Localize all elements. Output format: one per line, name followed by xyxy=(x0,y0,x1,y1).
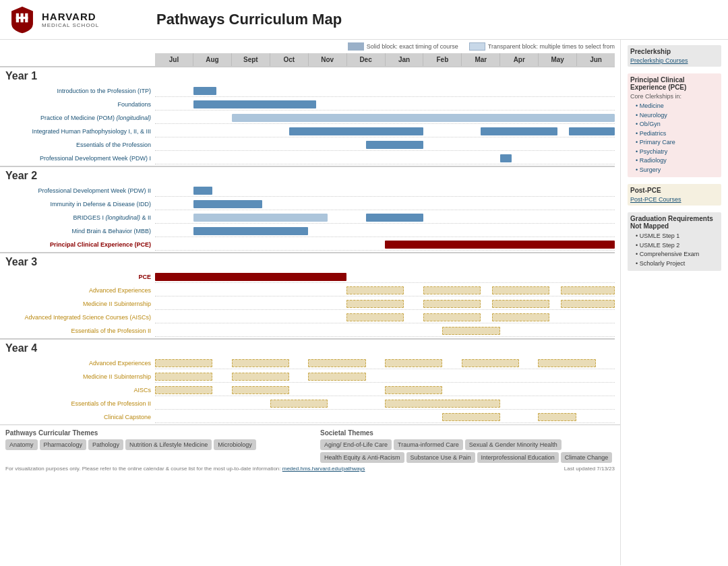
table-row: Clinical Capstone xyxy=(0,411,615,423)
gantt-bar xyxy=(423,300,481,308)
gantt-bar xyxy=(232,373,289,381)
row-label: Professional Development Week (PDW) II xyxy=(0,187,155,195)
pce-item[interactable]: Psychiatry xyxy=(630,148,719,157)
row-label: Introduction to the Profession (ITP) xyxy=(0,88,155,95)
footer-note: For visualization purposes only. Please … xyxy=(0,464,620,473)
gantt-bar xyxy=(423,313,481,321)
month-Jul: Jul xyxy=(155,53,193,66)
table-row: Principal Clinical Experience (PCE) xyxy=(0,239,615,251)
month-Apr: Apr xyxy=(500,53,539,66)
month-Jun: Jun xyxy=(577,53,615,66)
pce-item[interactable]: Primary Care xyxy=(630,138,719,148)
societal-pill: Substance Use & Pain xyxy=(406,452,475,463)
page-title: Pathways Curriculum Map xyxy=(156,11,342,28)
bar-area xyxy=(155,98,615,111)
gantt-bar xyxy=(492,300,549,308)
pce-item[interactable]: Surgery xyxy=(630,166,719,175)
gantt-bar xyxy=(155,359,212,367)
pce-item[interactable]: Radiology xyxy=(630,156,719,166)
pce-item[interactable]: Neurology xyxy=(630,111,719,121)
row-label: PCE xyxy=(0,274,155,281)
footer-note-text: For visualization purposes only. Please … xyxy=(5,466,281,472)
pce-items: MedicineNeurologyOb/GynPediatricsPrimary… xyxy=(630,102,719,175)
gantt-bar xyxy=(561,286,615,294)
table-row: Advanced Integrated Science Courses (AIS… xyxy=(0,311,615,323)
pce-item[interactable]: Pediatrics xyxy=(630,129,719,139)
gantt-bar xyxy=(538,359,595,367)
gantt-bar xyxy=(385,386,442,394)
pce-section: Principal Clinical Experience (PCE) Core… xyxy=(628,73,721,177)
gantt-bar xyxy=(423,286,481,294)
gantt-bar xyxy=(366,141,423,149)
gantt-bar xyxy=(155,386,212,394)
logo-area: HARVARD MEDICAL SCHOOL xyxy=(8,5,143,34)
post-pce-title: Post-PCE xyxy=(630,187,719,194)
gantt-bar xyxy=(492,313,549,321)
gantt-bar xyxy=(492,286,549,294)
pce-subtitle: Core Clerkships in: xyxy=(630,93,719,100)
row-label: Practice of Medicine (POM) (longitudinal… xyxy=(0,115,155,122)
footer-link[interactable]: meded.hms.harvard.edu/pathways xyxy=(282,466,365,472)
content-area: Solid block: exact timing of course Tran… xyxy=(0,40,620,565)
societal-pill: Aging/ End-of-Life Care xyxy=(320,439,392,450)
bar-area xyxy=(155,212,615,224)
bar-area xyxy=(155,284,615,296)
row-label: AISCs xyxy=(0,387,155,394)
month-headers: JulAugSeptOctNovDecJanFebMarAprMayJun xyxy=(155,53,615,66)
curricular-pill: Nutrition & Lifestyle Medicine xyxy=(125,439,212,450)
gantt-bar xyxy=(500,154,512,162)
post-pce-link[interactable]: Post-PCE Courses xyxy=(630,196,719,203)
bar-area xyxy=(155,311,615,323)
societal-pill: Health Equity & Anti-Racism xyxy=(320,452,404,463)
societal-pill: Climate Change xyxy=(561,452,613,463)
pce-item[interactable]: Ob/Gyn xyxy=(630,120,719,129)
graduation-section: Graduation Requirements Not Mapped USMLE… xyxy=(628,212,721,271)
bar-area xyxy=(155,357,615,369)
curricular-title: Pathways Curricular Themes xyxy=(5,429,300,437)
table-row: Introduction to the Profession (ITP) xyxy=(0,85,615,97)
gantt-bar xyxy=(442,413,499,421)
table-row: Advanced Experiences xyxy=(0,357,615,369)
gantt-bar xyxy=(385,400,500,408)
bar-area xyxy=(155,384,615,396)
societal-pill: Sexual & Gender Minority Health xyxy=(465,439,562,450)
month-Oct: Oct xyxy=(270,53,309,66)
societal-title: Societal Themes xyxy=(320,429,615,437)
table-row: Professional Development Week (PDW) II xyxy=(0,185,615,197)
row-label: Professional Development Week (PDW) I xyxy=(0,155,155,162)
month-May: May xyxy=(539,53,577,66)
month-Aug: Aug xyxy=(193,53,232,66)
graduation-item: Scholarly Project xyxy=(630,259,719,269)
row-label: Essentials of the Profession II xyxy=(0,327,155,335)
gantt-bar xyxy=(193,100,316,108)
year-label: Year 1 xyxy=(0,66,615,85)
legend-area: Solid block: exact timing of course Tran… xyxy=(0,40,620,53)
post-pce-section: Post-PCE Post-PCE Courses xyxy=(628,184,721,206)
societal-themes: Societal Themes Aging/ End-of-Life CareT… xyxy=(320,429,615,463)
gantt-bar xyxy=(462,359,519,367)
row-label: Advanced Experiences xyxy=(0,360,155,367)
month-Sept: Sept xyxy=(232,53,270,66)
bar-area xyxy=(155,298,615,310)
pce-item[interactable]: Medicine xyxy=(630,102,719,111)
row-label: Advanced Experiences xyxy=(0,287,155,294)
row-label: Advanced Integrated Science Courses (AIS… xyxy=(0,314,155,321)
bar-area xyxy=(155,85,615,97)
legend-solid: Solid block: exact timing of course xyxy=(348,42,458,51)
row-label: Essentials of the Profession II xyxy=(0,400,155,408)
curricular-pill: Microbiology xyxy=(214,439,256,450)
gantt-bar xyxy=(308,373,365,381)
gantt-bar xyxy=(366,214,423,222)
month-Mar: Mar xyxy=(462,53,500,66)
preclerkship-link[interactable]: Preclerkship Courses xyxy=(630,57,719,64)
societal-pills: Aging/ End-of-Life CareTrauma-informed C… xyxy=(320,439,615,463)
bar-area xyxy=(155,185,615,197)
table-row: Medicine II Subinternship xyxy=(0,298,615,310)
footer-text: For visualization purposes only. Please … xyxy=(5,466,365,472)
gantt-bar xyxy=(193,200,262,208)
gantt-bar xyxy=(193,187,212,195)
table-row: Essentials of the Profession II xyxy=(0,398,615,410)
table-row: PCE xyxy=(0,271,615,283)
preclerkship-title: Preclerkship xyxy=(630,48,719,55)
month-Dec: Dec xyxy=(347,53,386,66)
